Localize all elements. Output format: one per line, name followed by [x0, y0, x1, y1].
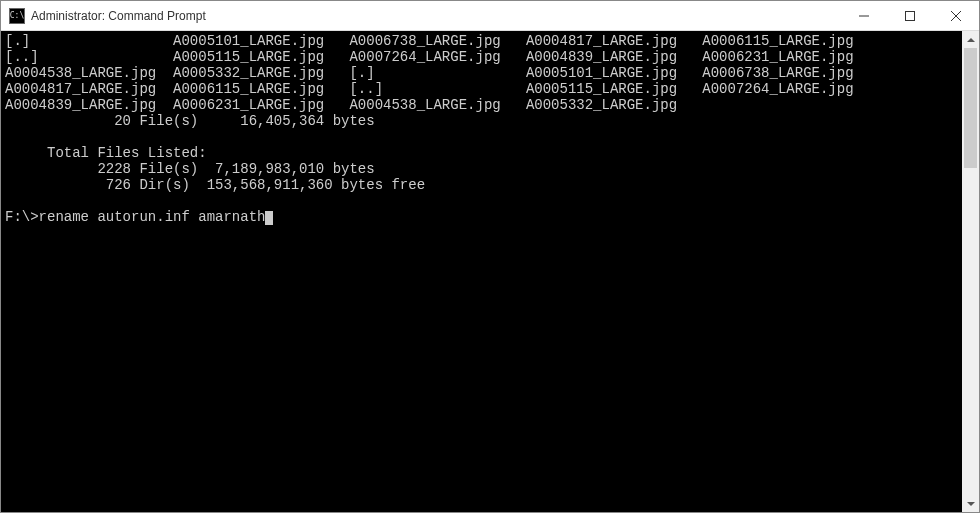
scrollbar-down-button[interactable]: [962, 495, 979, 512]
svg-marker-4: [967, 38, 975, 42]
terminal-line: A0004538_LARGE.jpg A0005332_LARGE.jpg [.…: [5, 65, 854, 81]
svg-rect-1: [906, 11, 915, 20]
terminal-area: [.] A0005101_LARGE.jpg A0006738_LARGE.jp…: [1, 31, 979, 512]
terminal-line: F:\>rename autorun.inf amarnath: [5, 209, 265, 225]
command-prompt-window: C:\ Administrator: Command Prompt [.] A0…: [0, 0, 980, 513]
svg-marker-5: [967, 502, 975, 506]
terminal-line: Total Files Listed:: [5, 145, 207, 161]
maximize-button[interactable]: [887, 1, 933, 30]
terminal-output[interactable]: [.] A0005101_LARGE.jpg A0006738_LARGE.jp…: [1, 31, 962, 512]
terminal-line: [..] A0005115_LARGE.jpg A0007264_LARGE.j…: [5, 49, 854, 65]
scrollbar-track[interactable]: [962, 48, 979, 495]
app-icon: C:\: [9, 8, 25, 24]
terminal-line: A0004817_LARGE.jpg A0006115_LARGE.jpg [.…: [5, 81, 854, 97]
minimize-button[interactable]: [841, 1, 887, 30]
window-controls: [841, 1, 979, 30]
cursor: [265, 211, 273, 225]
window-title: Administrator: Command Prompt: [31, 9, 841, 23]
terminal-line: 726 Dir(s) 153,568,911,360 bytes free: [5, 177, 425, 193]
titlebar[interactable]: C:\ Administrator: Command Prompt: [1, 1, 979, 31]
close-button[interactable]: [933, 1, 979, 30]
terminal-line: 20 File(s) 16,405,364 bytes: [5, 113, 375, 129]
terminal-line: 2228 File(s) 7,189,983,010 bytes: [5, 161, 375, 177]
scrollbar-thumb[interactable]: [964, 48, 977, 168]
scrollbar-up-button[interactable]: [962, 31, 979, 48]
app-icon-text: C:\: [10, 12, 24, 20]
terminal-line: A0004839_LARGE.jpg A0006231_LARGE.jpg A0…: [5, 97, 677, 113]
vertical-scrollbar[interactable]: [962, 31, 979, 512]
terminal-line: [.] A0005101_LARGE.jpg A0006738_LARGE.jp…: [5, 33, 854, 49]
